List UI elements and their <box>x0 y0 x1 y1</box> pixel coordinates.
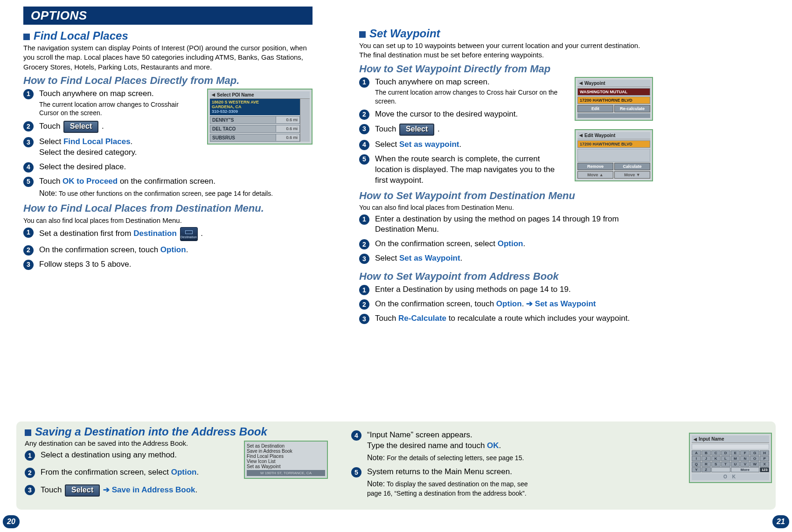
subheading-find-local-map: How to Find Local Places Directly from M… <box>23 75 313 87</box>
step-text: From the confirmation screen, select <box>41 468 171 477</box>
step-text: . <box>460 254 463 263</box>
step-text: Touch <box>41 486 64 495</box>
highlight-option: Option <box>496 299 522 308</box>
step-subtext: The current location arrow changes to Cr… <box>375 88 569 105</box>
select-button[interactable]: Select <box>63 121 98 133</box>
select-button[interactable]: Select <box>65 484 100 497</box>
note-text: To use other functions on the confirmati… <box>57 190 273 197</box>
screenshot-header: Select POI Name <box>210 91 310 99</box>
screenshot-poi: Select POI Name 18620 S WESTERN AVEGARDE… <box>207 89 313 145</box>
subheading-set-waypoint-destmenu: How to Set Waypoint from Destination Men… <box>359 190 648 202</box>
step-text: destination using any method. <box>71 450 177 459</box>
highlight-option: Option <box>498 239 523 248</box>
screenshot-waypoint: Waypoint WASHINGTON MUTUAL 17200 HAWTHOR… <box>575 77 653 121</box>
save-destination-steps-right: 4 “Input Name” screen appears. Type the … <box>351 430 538 497</box>
step-text: . <box>196 468 199 477</box>
highlight-set-as-waypoint: Set as waypoint <box>399 140 459 149</box>
highlight-option: Option <box>171 468 197 477</box>
step-text: Move the cursor to the desired waypoint. <box>375 110 518 118</box>
set-waypoint-addrbook-steps: 1Enter a Destination by using methods on… <box>359 284 648 324</box>
heading-set-waypoint-text: Set Waypoint <box>369 27 440 40</box>
find-local-destmenu-steps: 1 Set a destination first from Destinati… <box>23 227 313 270</box>
step-marker: 2 <box>23 245 34 256</box>
highlight-set-as-waypoint: Set as Waypoint <box>533 299 596 308</box>
select-button[interactable]: Select <box>399 124 434 136</box>
step-text: Select the desired category. <box>39 148 137 157</box>
step-text: . <box>523 239 525 248</box>
heading-save-destination: Saving a Destination into the Address Bo… <box>25 425 323 438</box>
highlight-destination: Destination <box>133 229 177 238</box>
step-marker: 1 <box>25 450 35 461</box>
screenshot-input-name: Input Name ABCDEFGHIJKLMNOPQRSTUVWX YZMo… <box>689 433 772 483</box>
step-text: Touch <box>375 314 398 323</box>
step-marker: 2 <box>25 468 35 478</box>
step-text: System returns to the Main Menu screen. <box>367 467 512 476</box>
step-text: . <box>201 229 203 238</box>
step-marker: 4 <box>351 430 361 441</box>
saving-destination-box: Saving a Destination into the Address Bo… <box>16 421 776 510</box>
page-number-left: 20 <box>3 515 20 528</box>
step-text: Select <box>375 140 399 149</box>
note-text: To display the saved destination on the … <box>367 480 528 497</box>
step-marker: 5 <box>23 177 34 187</box>
find-local-places-intro: The navigation system can display Points… <box>23 43 313 72</box>
step-text: . <box>499 441 501 450</box>
page-number-right: 21 <box>772 515 789 528</box>
step-text: Touch anywhere on map screen. <box>375 77 490 86</box>
subheading-find-local-destmenu: How to Find Local Places from Destinatio… <box>23 202 313 214</box>
step-marker: 2 <box>359 299 369 310</box>
step-marker: 1 <box>359 285 369 295</box>
step-text: Follow steps 3 to 5 above. <box>39 260 132 269</box>
highlight-recalculate: Re-Calculate <box>398 314 446 323</box>
step-text: Touch anywhere on map screen. <box>39 89 154 98</box>
step-marker: 2 <box>359 110 369 120</box>
step-text: . <box>102 122 104 131</box>
step-text: Type the desired name and touch <box>367 441 487 450</box>
step-text: Select a <box>41 450 71 459</box>
step-marker: 5 <box>351 467 361 477</box>
step-marker: 1 <box>23 89 34 99</box>
highlight-option: Option <box>160 245 186 254</box>
step-text: to recalculate a route which includes yo… <box>446 314 630 323</box>
find-local-destmenu-intro: You can also find local places from Dest… <box>23 216 313 224</box>
step-text: Select <box>39 137 63 146</box>
set-waypoint-destmenu-intro: You can also find local places from Dest… <box>359 204 648 211</box>
step-text: on the confirmation screen. <box>118 177 215 186</box>
step-text: “Input Name” screen appears. <box>367 430 472 439</box>
step-text: On the confirmation screen, select <box>375 239 498 248</box>
step-text: . <box>195 486 198 495</box>
note-text: For the details of selecting letters, se… <box>385 454 524 462</box>
step-subtext: The current location arrow changes to Cr… <box>39 100 196 117</box>
step-text: Touch <box>39 122 63 131</box>
set-waypoint-destmenu-steps: 1Enter a destination by using the method… <box>359 214 648 264</box>
step-marker: 4 <box>359 140 369 150</box>
save-destination-steps-left: 1 Select a destination using any method.… <box>25 450 225 497</box>
highlight-ok: OK <box>487 441 499 450</box>
note-label: Note: <box>367 454 385 462</box>
find-local-map-steps-cont: 5 Touch OK to Proceed on the confirmatio… <box>23 176 313 199</box>
step-text: Select <box>375 254 399 263</box>
set-waypoint-map-steps: 1 Touch anywhere on map screen. The curr… <box>359 77 569 186</box>
highlight-set-as-waypoint: Set as Waypoint <box>399 254 460 263</box>
arrow-icon: ➔ <box>526 299 533 308</box>
set-waypoint-intro: You can set up to 10 waypoints between y… <box>359 41 648 60</box>
step-text: . <box>459 140 461 149</box>
screenshot-options: Set as Destination Save in Address Book … <box>244 441 328 479</box>
step-text: On the confirmation screen, touch <box>39 245 160 254</box>
step-marker: 4 <box>23 162 34 173</box>
step-text: Set a destination first from <box>39 229 133 238</box>
step-marker: 5 <box>359 154 369 165</box>
heading-find-local-places-text: Find Local Places <box>34 29 128 42</box>
note-label: Note: <box>39 189 57 197</box>
highlight-find-local-places: Find Local Places <box>63 137 131 146</box>
screenshot-edit-waypoint: Edit Waypoint 17200 HAWTHORNE BLVD Remov… <box>575 129 653 181</box>
step-text: . <box>186 245 188 254</box>
step-text: Touch <box>375 124 398 133</box>
destination-icon[interactable]: Destination <box>180 227 198 241</box>
step-text: . <box>131 137 133 146</box>
heading-set-waypoint: Set Waypoint <box>359 27 648 40</box>
find-local-map-steps: 1 Touch anywhere on map screen. The curr… <box>23 89 196 173</box>
step-text: Select the desired place. <box>39 162 126 171</box>
step-marker: 2 <box>359 239 369 249</box>
subheading-set-waypoint-addrbook: How to Set Waypoint from Address Book <box>359 270 648 283</box>
